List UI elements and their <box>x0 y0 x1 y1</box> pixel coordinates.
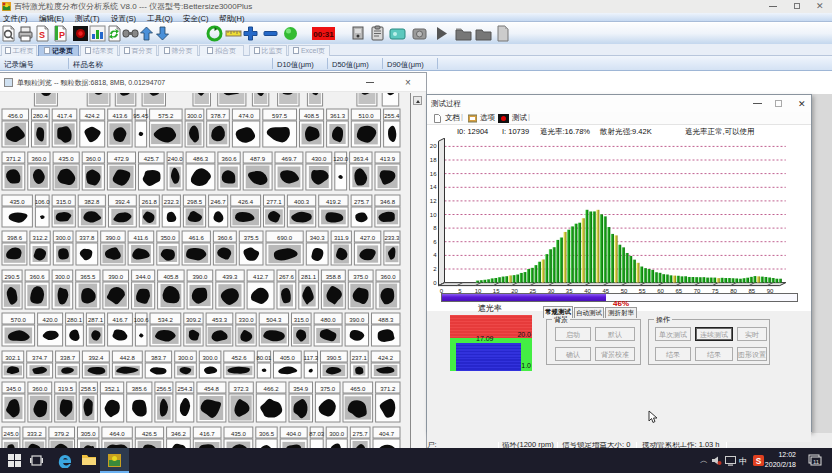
svg-text:232.3: 232.3 <box>164 199 180 205</box>
svg-text:597.5: 597.5 <box>272 113 288 119</box>
svg-text:416.7: 416.7 <box>200 431 216 437</box>
svg-text:412.7: 412.7 <box>253 274 269 280</box>
svg-text:424.2: 424.2 <box>85 113 101 119</box>
svg-text:413.9: 413.9 <box>380 156 396 162</box>
svg-text:S: S <box>756 457 762 466</box>
svg-text:365.5: 365.5 <box>80 274 96 280</box>
svg-text:570.0: 570.0 <box>11 317 27 323</box>
svg-text:298.5: 298.5 <box>187 199 203 205</box>
svg-text:6: 6 <box>433 239 437 245</box>
svg-text:20: 20 <box>430 143 437 149</box>
svg-text:340.3: 340.3 <box>310 235 326 241</box>
svg-text:419.2: 419.2 <box>326 199 342 205</box>
svg-text:312.2: 312.2 <box>33 235 49 241</box>
svg-text:390.0: 390.0 <box>105 235 121 241</box>
svg-text:452.6: 452.6 <box>231 355 247 361</box>
svg-text:390.0: 390.0 <box>108 274 124 280</box>
svg-text:333.2: 333.2 <box>27 431 43 437</box>
svg-text:300.0: 300.0 <box>329 431 345 437</box>
svg-text:461.6: 461.6 <box>189 235 205 241</box>
svg-text:400.3: 400.3 <box>294 199 310 205</box>
svg-text:315.0: 315.0 <box>56 199 72 205</box>
svg-text:510.0: 510.0 <box>358 113 374 119</box>
svg-text:309.2: 309.2 <box>186 317 202 323</box>
svg-text:425.7: 425.7 <box>144 156 160 162</box>
svg-text:372.3: 372.3 <box>234 386 250 392</box>
svg-text:390.0: 390.0 <box>192 274 208 280</box>
svg-text:534.2: 534.2 <box>158 317 174 323</box>
svg-text:14: 14 <box>430 184 437 190</box>
svg-text:350.0: 350.0 <box>160 235 176 241</box>
svg-text:267.6: 267.6 <box>279 274 295 280</box>
svg-text:383.7: 383.7 <box>151 355 167 361</box>
svg-text:354.9: 354.9 <box>293 386 309 392</box>
svg-text:11: 11 <box>813 459 820 465</box>
svg-text:240.0: 240.0 <box>168 156 184 162</box>
svg-text:405.8: 405.8 <box>163 274 179 280</box>
svg-text:360.0: 360.0 <box>32 386 48 392</box>
svg-text:690.0: 690.0 <box>277 235 293 241</box>
svg-text:404.0: 404.0 <box>286 431 302 437</box>
svg-text:258.5: 258.5 <box>81 386 97 392</box>
svg-text:95.45: 95.45 <box>133 113 149 119</box>
svg-text:456.0: 456.0 <box>8 113 24 119</box>
svg-text:281.1: 281.1 <box>301 274 317 280</box>
svg-text:87.03: 87.03 <box>309 431 325 437</box>
svg-text:474.0: 474.0 <box>239 113 255 119</box>
svg-text:16: 16 <box>430 171 437 177</box>
svg-text:504.3: 504.3 <box>266 317 282 323</box>
svg-text:300.0: 300.0 <box>202 355 218 361</box>
svg-text:100.6: 100.6 <box>134 317 150 323</box>
svg-text:374.7: 374.7 <box>32 355 48 361</box>
svg-text:00:31: 00:31 <box>313 30 334 39</box>
svg-text:405.0: 405.0 <box>280 355 296 361</box>
svg-text:319.5: 319.5 <box>58 386 74 392</box>
svg-text:371.2: 371.2 <box>6 156 22 162</box>
svg-text:385.6: 385.6 <box>132 386 148 392</box>
svg-text:2: 2 <box>433 266 437 272</box>
svg-text:486.3: 486.3 <box>193 156 209 162</box>
svg-text:255.4: 255.4 <box>384 113 400 119</box>
svg-text:290.5: 290.5 <box>4 274 20 280</box>
svg-text:345.0: 345.0 <box>6 386 22 392</box>
svg-text:120.0: 120.0 <box>333 156 349 162</box>
svg-text:453.3: 453.3 <box>212 317 228 323</box>
svg-text:352.1: 352.1 <box>105 386 121 392</box>
svg-text:245.0: 245.0 <box>3 431 19 437</box>
svg-text:375.0: 375.0 <box>353 274 369 280</box>
svg-text:338.7: 338.7 <box>60 355 76 361</box>
svg-text:375.5: 375.5 <box>244 235 260 241</box>
svg-text:379.2: 379.2 <box>54 431 70 437</box>
svg-text:435.0: 435.0 <box>59 156 75 162</box>
svg-text:360.0: 360.0 <box>31 156 47 162</box>
svg-text:487.9: 487.9 <box>250 156 266 162</box>
svg-text:8: 8 <box>433 225 437 231</box>
svg-text:472.9: 472.9 <box>114 156 130 162</box>
svg-text:426.4: 426.4 <box>238 199 254 205</box>
svg-text:360.6: 360.6 <box>221 156 237 162</box>
svg-text:361.3: 361.3 <box>330 113 346 119</box>
svg-text:302.1: 302.1 <box>5 355 21 361</box>
svg-text:280.1: 280.1 <box>67 317 83 323</box>
svg-text:305.0: 305.0 <box>81 431 97 437</box>
svg-text:10: 10 <box>430 212 437 218</box>
svg-text:420.0: 420.0 <box>43 317 59 323</box>
svg-text:424.2: 424.2 <box>378 355 394 361</box>
svg-text:80.01: 80.01 <box>256 355 272 361</box>
svg-text:300.0: 300.0 <box>56 235 72 241</box>
svg-text:300.0: 300.0 <box>55 274 71 280</box>
svg-text:275.7: 275.7 <box>354 199 370 205</box>
svg-text:300.0: 300.0 <box>178 355 194 361</box>
svg-text:358.8: 358.8 <box>326 274 342 280</box>
svg-text:435.0: 435.0 <box>10 199 26 205</box>
svg-text:382.8: 382.8 <box>84 199 100 205</box>
svg-text:480.0: 480.0 <box>321 317 337 323</box>
svg-text:411.6: 411.6 <box>134 235 149 241</box>
svg-text:413.6: 413.6 <box>112 113 128 119</box>
svg-text:360.6: 360.6 <box>30 274 46 280</box>
svg-text:464.0: 464.0 <box>110 431 126 437</box>
svg-text:0: 0 <box>433 280 437 286</box>
svg-text:435.0: 435.0 <box>231 431 247 437</box>
svg-text:466.2: 466.2 <box>264 386 280 392</box>
svg-text:306.5: 306.5 <box>259 431 275 437</box>
